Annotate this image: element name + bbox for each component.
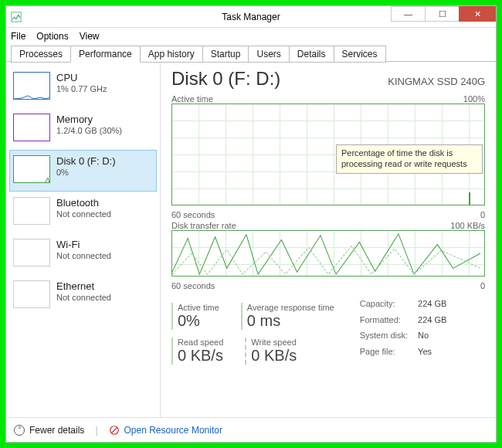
fewer-details-button[interactable]: ˄ Fewer details	[14, 425, 84, 436]
stat-active-time: 0%	[178, 312, 219, 330]
close-button[interactable]: ✕	[459, 6, 496, 22]
detail-pane: Disk 0 (F: D:) KINGMAX SSD 240G Active t…	[161, 62, 496, 417]
minimize-button[interactable]: —	[391, 6, 426, 22]
sidebar-item-label: Bluetooth	[56, 197, 111, 209]
sidebar-item-label: Disk 0 (F: D:)	[56, 155, 116, 168]
sidebar-item-label: Ethernet	[56, 280, 111, 293]
sidebar-item-sub: 1.2/4.0 GB (30%)	[56, 126, 122, 137]
detail-title: Disk 0 (F: D:)	[171, 68, 280, 90]
tab-strip: Processes Performance App history Startu…	[6, 45, 496, 62]
app-icon	[11, 12, 22, 22]
wifi-thumb-icon	[13, 239, 50, 266]
tab-services[interactable]: Services	[334, 46, 386, 63]
tab-users[interactable]: Users	[248, 46, 289, 63]
transfer-rate-chart[interactable]	[171, 230, 485, 277]
bluetooth-thumb-icon	[13, 197, 50, 225]
footer: ˄ Fewer details | Open Resource Monitor	[6, 417, 496, 442]
sidebar-item-bluetooth[interactable]: Bluetooth Not connected	[9, 192, 157, 233]
svg-line-2	[111, 427, 117, 433]
menu-bar: File Options View	[6, 28, 496, 45]
active-time-label: Active time	[171, 94, 213, 104]
memory-thumb-icon	[13, 114, 50, 141]
sidebar-item-wifi[interactable]: Wi-Fi Not connected	[9, 233, 157, 275]
stat-avg-resp-label: Average response time	[247, 303, 334, 312]
stat-read: 0 KB/s	[178, 347, 223, 365]
disk-thumb-icon	[13, 155, 50, 183]
tab-performance[interactable]: Performance	[70, 46, 141, 63]
x-axis-right: 0	[480, 210, 485, 219]
x-axis-left2: 60 seconds	[171, 281, 215, 290]
sidebar-item-sub: Not connected	[56, 209, 111, 220]
stat-read-label: Read speed	[178, 338, 223, 347]
sidebar-item-label: Wi-Fi	[56, 239, 111, 251]
menu-file[interactable]: File	[11, 31, 25, 42]
sidebar-item-sub: Not connected	[56, 293, 111, 304]
stat-active-time-label: Active time	[178, 303, 219, 312]
window-controls: — ☐ ✕	[392, 6, 496, 27]
menu-view[interactable]: View	[80, 31, 100, 42]
disk-properties: Capacity:224 GB Formatted:224 GB System …	[358, 295, 449, 360]
sidebar-item-disk0[interactable]: Disk 0 (F: D:) 0%	[9, 150, 157, 192]
task-manager-window: Task Manager — ☐ ✕ File Options View Pro…	[6, 6, 496, 442]
maximize-button[interactable]: ☐	[425, 6, 460, 22]
open-resource-monitor-link[interactable]: Open Resource Monitor	[109, 425, 222, 436]
detail-model: KINGMAX SSD 240G	[388, 76, 485, 87]
menu-options[interactable]: Options	[36, 31, 68, 42]
sidebar-item-label: CPU	[56, 72, 107, 84]
tab-details[interactable]: Details	[289, 46, 334, 63]
sidebar-item-memory[interactable]: Memory 1.2/4.0 GB (30%)	[9, 108, 157, 150]
resource-sidebar: CPU 1% 0.77 GHz Memory 1.2/4.0 GB (30%) …	[6, 62, 161, 417]
stat-avg-resp: 0 ms	[247, 312, 334, 330]
transfer-rate-label: Disk transfer rate	[171, 221, 236, 230]
titlebar: Task Manager — ☐ ✕	[6, 6, 496, 28]
transfer-rate-max: 100 KB/s	[450, 221, 485, 230]
active-time-chart[interactable]: Percentage of time the disk is processin…	[171, 104, 485, 205]
active-time-tooltip: Percentage of time the disk is processin…	[336, 144, 483, 174]
sidebar-item-sub: Not connected	[56, 251, 111, 262]
x-axis-left: 60 seconds	[171, 210, 215, 219]
sidebar-item-sub: 0%	[56, 168, 116, 178]
fewer-details-label: Fewer details	[29, 425, 84, 436]
resmon-icon	[109, 425, 120, 436]
tab-startup[interactable]: Startup	[202, 46, 249, 63]
x-axis-right2: 0	[480, 281, 485, 290]
separator: |	[95, 425, 97, 436]
sidebar-item-ethernet[interactable]: Ethernet Not connected	[9, 275, 157, 317]
sidebar-item-label: Memory	[56, 114, 122, 126]
ethernet-thumb-icon	[13, 280, 50, 308]
tab-processes[interactable]: Processes	[11, 46, 71, 63]
stat-write-label: Write speed	[251, 338, 297, 347]
sidebar-item-sub: 1% 0.77 GHz	[56, 84, 107, 95]
body: CPU 1% 0.77 GHz Memory 1.2/4.0 GB (30%) …	[6, 62, 496, 417]
tab-app-history[interactable]: App history	[140, 46, 203, 63]
sidebar-item-cpu[interactable]: CPU 1% 0.77 GHz	[9, 66, 157, 108]
stat-write: 0 KB/s	[251, 347, 297, 365]
chevron-up-icon: ˄	[14, 425, 25, 436]
cpu-thumb-icon	[13, 72, 50, 100]
active-time-max: 100%	[463, 94, 485, 104]
resmon-label: Open Resource Monitor	[124, 425, 222, 436]
